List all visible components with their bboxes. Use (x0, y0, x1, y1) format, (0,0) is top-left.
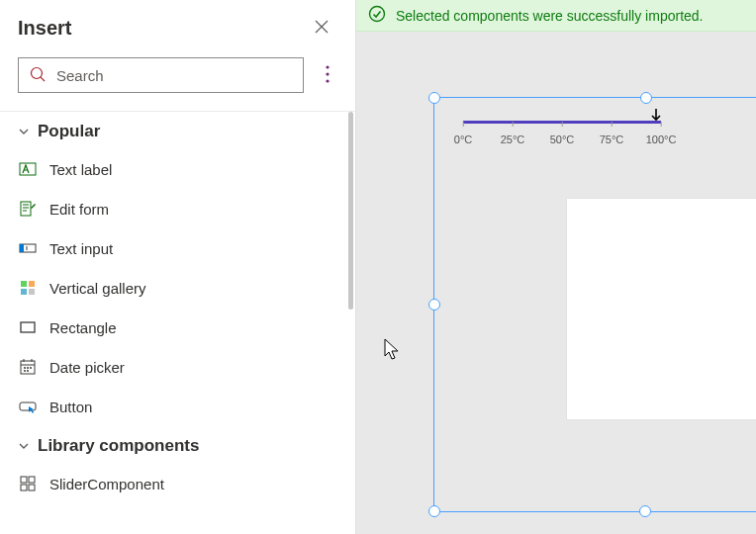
date-picker-icon (18, 357, 38, 377)
svg-rect-30 (21, 485, 27, 490)
resize-handle-bottom-mid[interactable] (639, 505, 651, 517)
svg-point-25 (24, 370, 26, 372)
svg-point-3 (326, 72, 329, 75)
component-icon (18, 474, 38, 493)
svg-point-0 (32, 67, 43, 78)
svg-rect-28 (21, 477, 27, 483)
more-vertical-icon (326, 65, 330, 86)
slider-tick: 0°C (454, 134, 472, 145)
svg-rect-6 (21, 202, 31, 216)
svg-rect-11 (20, 244, 24, 252)
svg-rect-17 (21, 322, 35, 332)
svg-line-1 (41, 77, 45, 81)
insert-tree: Popular Text label Edit form Text input (0, 112, 355, 534)
svg-rect-31 (29, 485, 35, 490)
slider-component-instance[interactable]: 0°C 25°C 50°C 75°C 100°C (463, 121, 661, 153)
tree-item-button[interactable]: Button (0, 387, 355, 426)
mouse-cursor-icon (384, 338, 402, 365)
svg-point-26 (27, 370, 29, 372)
chevron-down-icon (18, 440, 30, 452)
canvas-area: Selected components were successfully im… (356, 0, 756, 534)
rectangle-icon (18, 317, 38, 337)
edit-form-icon (18, 199, 38, 219)
resize-handle-top-right[interactable] (640, 92, 652, 104)
tree-item-label: Vertical gallery (49, 280, 146, 297)
search-icon (29, 65, 47, 86)
svg-point-23 (27, 367, 29, 369)
insert-pane-title: Insert (18, 17, 71, 40)
tree-item-label: Button (49, 399, 92, 415)
search-input[interactable] (54, 66, 293, 85)
tree-item-label: SliderComponent (49, 476, 164, 492)
tree-item-edit-form[interactable]: Edit form (0, 189, 355, 228)
tree-item-label: Rectangle (49, 319, 117, 336)
slider-tick: 50°C (550, 134, 575, 145)
svg-rect-16 (29, 289, 35, 295)
svg-point-24 (30, 367, 32, 369)
design-canvas[interactable]: 0°C 25°C 50°C 75°C 100°C (376, 40, 756, 534)
insert-pane: Insert (0, 0, 356, 534)
text-input-icon (18, 238, 38, 258)
svg-rect-15 (21, 289, 27, 295)
tree-item-label: Edit form (49, 201, 109, 218)
selection-outline[interactable] (433, 97, 756, 512)
slider-ticks: 0°C 25°C 50°C 75°C 100°C (463, 134, 661, 153)
group-header-library[interactable]: Library components (0, 426, 355, 464)
svg-rect-14 (29, 281, 35, 287)
search-box[interactable] (18, 57, 304, 93)
tree-item-date-picker[interactable]: Date picker (0, 347, 355, 387)
slider-tick: 25°C (501, 134, 525, 145)
resize-handle-top-left[interactable] (428, 92, 440, 104)
more-options-button[interactable] (314, 57, 341, 93)
tree-item-label: Text input (49, 240, 113, 257)
svg-point-4 (326, 79, 329, 82)
vertical-gallery-icon (18, 278, 38, 298)
svg-rect-29 (29, 477, 35, 483)
tree-item-label: Text label (49, 161, 112, 178)
scrollbar-thumb[interactable] (348, 112, 353, 310)
chevron-down-icon (18, 126, 30, 137)
tree-item-slider-component[interactable]: SliderComponent (0, 464, 355, 503)
group-title: Popular (38, 122, 100, 141)
search-row (0, 51, 355, 112)
slider-tick: 100°C (646, 134, 677, 145)
insert-pane-header: Insert (0, 0, 355, 51)
slider-tick: 75°C (600, 134, 624, 145)
svg-point-32 (370, 7, 385, 22)
svg-point-22 (24, 367, 26, 369)
tree-item-vertical-gallery[interactable]: Vertical gallery (0, 268, 355, 308)
button-icon (18, 397, 38, 416)
resize-handle-bottom-left[interactable] (428, 505, 440, 517)
svg-rect-13 (21, 281, 27, 287)
tree-item-text-label[interactable]: Text label (0, 149, 355, 189)
toast-message: Selected components were successfully im… (396, 8, 703, 24)
tree-item-text-input[interactable]: Text input (0, 228, 355, 268)
close-icon (314, 19, 330, 38)
success-toast: Selected components were successfully im… (356, 0, 756, 32)
text-label-icon (18, 159, 38, 179)
resize-handle-mid-left[interactable] (428, 299, 440, 311)
tree-item-rectangle[interactable]: Rectangle (0, 308, 355, 347)
group-header-popular[interactable]: Popular (0, 112, 355, 149)
success-check-icon (368, 5, 386, 26)
close-button[interactable] (306, 12, 337, 44)
svg-point-2 (326, 65, 329, 68)
group-title: Library components (38, 436, 199, 456)
tree-item-label: Date picker (49, 359, 125, 376)
